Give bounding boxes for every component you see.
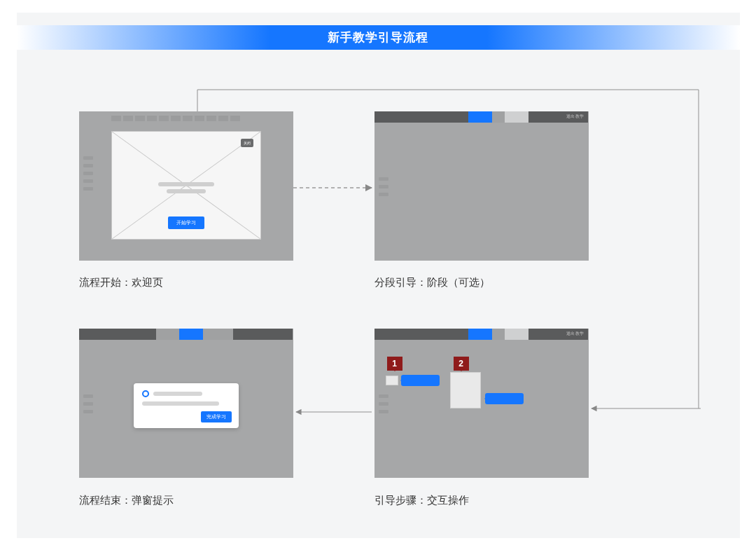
finish-learning-button[interactable]: 完成学习: [201, 411, 232, 422]
step-hotspot-1[interactable]: [386, 376, 398, 385]
completion-popup: 完成学习: [134, 383, 239, 428]
step-marker-2: 2: [454, 357, 469, 371]
popup-body-placeholder: [142, 401, 219, 406]
panel-phase-caption: 分段引导：阶段（可选）: [374, 276, 490, 289]
diagram-title: 新手教学引导流程: [17, 25, 740, 50]
exit-tutorial-link[interactable]: 退出教学: [566, 331, 584, 337]
phase-topbar: [374, 111, 589, 123]
welcome-envelope: 关闭 开始学习: [111, 131, 261, 240]
steps-topbar: [374, 329, 589, 340]
info-icon: [142, 390, 149, 397]
panel-end: 完成学习: [79, 329, 293, 478]
top-tabstrip-placeholder: [79, 116, 293, 124]
exit-tutorial-link[interactable]: 退出教学: [566, 114, 584, 120]
step-marker-1: 1: [387, 357, 402, 371]
start-learning-button[interactable]: 开始学习: [168, 216, 204, 229]
flow-arrow-3: [293, 405, 374, 419]
step-tooltip-1: [401, 375, 440, 386]
panel-steps-caption: 引导步骤：交互操作: [374, 494, 469, 507]
flow-arrow-2: [589, 405, 704, 419]
flow-arrow-1: [293, 181, 374, 195]
side-dots-placeholder: [379, 390, 388, 418]
welcome-text-placeholder: [158, 179, 214, 196]
panel-steps: 退出教学 1 2: [374, 329, 589, 478]
panel-end-caption: 流程结束：弹窗提示: [79, 494, 174, 507]
step-tooltip-2: [485, 393, 524, 404]
panel-welcome: 关闭 开始学习: [79, 111, 293, 261]
side-dots-placeholder: [83, 390, 93, 418]
side-dots-placeholder: [83, 152, 93, 195]
diagram-canvas: 新手教学引导流程 关闭 开始学习 流程开始：欢迎页: [17, 13, 740, 538]
close-badge[interactable]: 关闭: [241, 139, 253, 147]
panel-welcome-caption: 流程开始：欢迎页: [79, 276, 163, 289]
step-hotspot-2[interactable]: [450, 372, 481, 408]
panel-phase: 退出教学: [374, 111, 589, 261]
end-topbar: [79, 329, 293, 340]
popup-title-placeholder: [153, 392, 202, 396]
side-dots-placeholder: [379, 173, 388, 200]
